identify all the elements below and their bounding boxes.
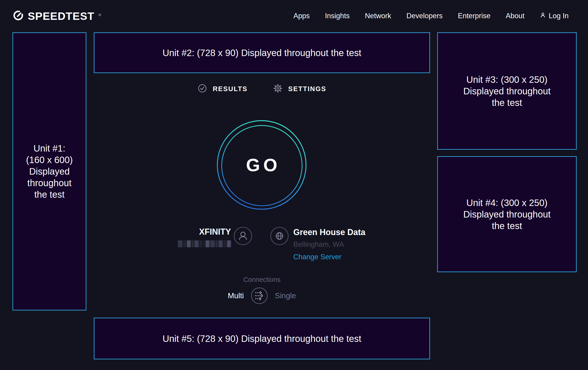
- login-label: Log In: [549, 12, 569, 20]
- ad-text-line: throughout: [27, 177, 71, 189]
- connections-label: Connections: [94, 276, 430, 283]
- server-globe-icon: [270, 226, 289, 246]
- tab-results-label: RESULTS: [213, 85, 248, 93]
- go-button-label: GO: [243, 155, 280, 176]
- ad-text-line: (160 x 600): [26, 154, 73, 166]
- server-location: Bellingham, WA: [293, 240, 365, 249]
- user-icon: [540, 12, 546, 20]
- ad-unit-5-banner: Unit #5: (728 x 90) Displayed throughout…: [94, 318, 430, 359]
- nav-item-apps[interactable]: Apps: [293, 12, 310, 20]
- isp-info: XFINITY: [148, 227, 231, 247]
- login-button[interactable]: Log In: [540, 12, 569, 20]
- ad-text-line: Displayed: [29, 166, 70, 177]
- speedtest-logo[interactable]: SPEEDTEST ®: [12, 10, 101, 22]
- ad-text-line: the test: [34, 189, 64, 200]
- nav-menu: Apps Insights Network Developers Enterpr…: [293, 12, 569, 20]
- ad-unit-4-rectangle: Unit #4: (300 x 250) Displayed throughou…: [437, 156, 577, 272]
- ad-text: Unit #5: (728 x 90) Displayed throughout…: [163, 333, 361, 344]
- nav-item-enterprise[interactable]: Enterprise: [458, 12, 490, 20]
- view-tabs: RESULTS SETTINGS: [94, 80, 430, 98]
- nav-item-about[interactable]: About: [506, 12, 525, 20]
- speedtest-page: { "nav": { "logo": { "text": "SPEEDTEST"…: [0, 0, 588, 370]
- change-server-link[interactable]: Change Server: [293, 253, 342, 261]
- speedometer-gauge-icon: [12, 10, 24, 22]
- ad-unit-2-banner: Unit #2: (728 x 90) Displayed throughout…: [94, 32, 430, 73]
- ad-text-line: Displayed throughout: [463, 209, 551, 220]
- ad-text-line: Unit #3: (300 x 250): [466, 74, 547, 85]
- ad-text-line: Unit #1:: [33, 142, 65, 154]
- ip-address-redacted: [178, 240, 231, 247]
- tab-settings[interactable]: SETTINGS: [273, 83, 326, 94]
- tab-settings-label: SETTINGS: [288, 85, 326, 93]
- connections-option-single[interactable]: Single: [275, 291, 296, 300]
- nav-item-developers[interactable]: Developers: [407, 12, 443, 20]
- ad-unit-1-skyscraper: Unit #1: (160 x 600) Displayed throughou…: [12, 32, 86, 310]
- logo-trademark: ®: [98, 13, 101, 17]
- connections-option-multi[interactable]: Multi: [228, 291, 244, 300]
- ad-unit-3-rectangle: Unit #3: (300 x 250) Displayed throughou…: [437, 32, 577, 150]
- isp-user-icon: [233, 226, 253, 246]
- server-info: Green House Data Bellingham, WA Change S…: [293, 228, 365, 261]
- check-circle-icon: [198, 83, 207, 94]
- connections-toggle-row: Multi Single: [94, 287, 430, 305]
- tab-results[interactable]: RESULTS: [198, 83, 248, 94]
- ad-text-line: the test: [492, 97, 522, 109]
- logo-text: SPEEDTEST: [28, 10, 94, 22]
- go-button[interactable]: GO: [216, 120, 307, 210]
- ad-text-line: Unit #4: (300 x 250): [466, 197, 547, 209]
- ad-text-line: Displayed throughout: [463, 85, 551, 97]
- gear-icon: [273, 83, 283, 94]
- nav-item-insights[interactable]: Insights: [325, 12, 350, 20]
- multi-connections-icon[interactable]: [250, 287, 268, 305]
- server-name: Green House Data: [293, 228, 365, 237]
- isp-name: XFINITY: [148, 227, 231, 237]
- ad-text-line: the test: [492, 220, 522, 232]
- ad-text: Unit #2: (728 x 90) Displayed throughout…: [163, 47, 361, 59]
- nav-item-network[interactable]: Network: [365, 12, 391, 20]
- top-navbar: SPEEDTEST ® Apps Insights Network Develo…: [0, 0, 588, 32]
